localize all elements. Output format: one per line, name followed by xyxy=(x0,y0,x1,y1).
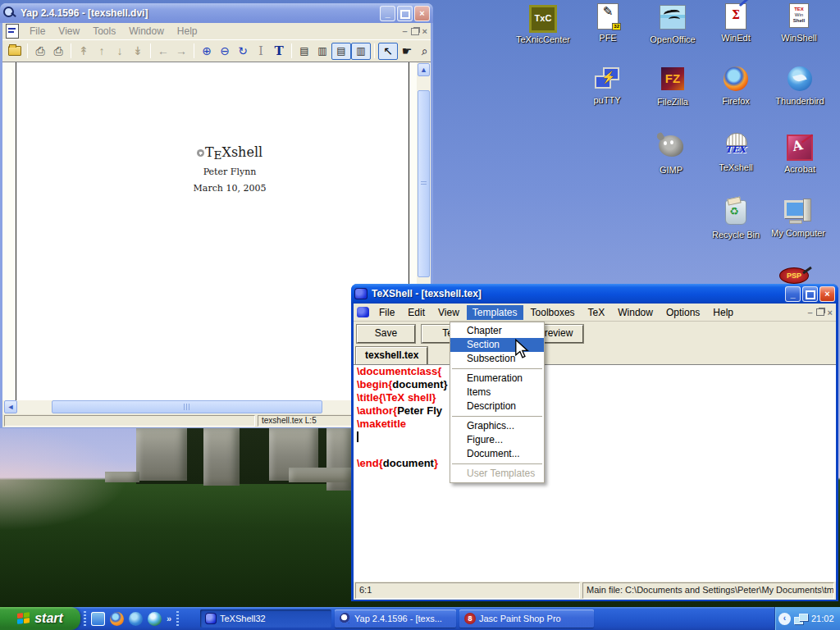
desktop-icon-filezilla[interactable]: FZFileZilla xyxy=(641,66,704,107)
texshell-menu-window[interactable]: Window xyxy=(612,305,659,320)
menu-item-description[interactable]: Description xyxy=(450,399,544,413)
mdi-close-icon[interactable]: × xyxy=(422,26,427,36)
menu-item-chapter[interactable]: Chapter xyxy=(450,324,544,338)
scroll-up-button[interactable]: ▲ xyxy=(418,63,430,76)
texshell-menu-help[interactable]: Help xyxy=(707,305,739,320)
menu-item-items[interactable]: Items xyxy=(450,386,544,399)
magnify-tool-button[interactable]: ⌕ xyxy=(416,43,434,59)
last-page-button[interactable]: ↡ xyxy=(129,43,147,59)
vertical-scroll-thumb[interactable] xyxy=(418,90,430,277)
texshell-menu-toolboxes[interactable]: Toolboxes xyxy=(525,305,581,320)
menu-item-enumeration[interactable]: Enumeration xyxy=(450,372,544,386)
tray-chevron-button[interactable]: ‹ xyxy=(778,613,791,625)
menu-item-graphics-[interactable]: Graphics... xyxy=(450,419,544,433)
firefox-icon[interactable] xyxy=(110,612,124,626)
mycomputer-icon xyxy=(784,199,812,226)
taskbar-task-texshell32[interactable]: TeXShell32 xyxy=(200,609,331,628)
yap-close-button[interactable]: × xyxy=(414,6,430,21)
menu-item-user-templates[interactable]: User Templates xyxy=(450,467,544,481)
mdi-restore-icon[interactable] xyxy=(816,308,824,316)
taskbar-task-yap-2-4-1596-texs-[interactable]: Yap 2.4.1596 - [texs... xyxy=(335,609,456,628)
texshell-menu-tex[interactable]: TeX xyxy=(582,305,611,320)
yap-menu-help[interactable]: Help xyxy=(171,24,203,39)
texshell-editor[interactable]: \documentclass{\begin{document}\title{\T… xyxy=(354,364,836,582)
ruler-button[interactable]: I xyxy=(252,43,270,59)
print-setup-button[interactable]: ⎙ xyxy=(49,43,67,59)
texshell-menu-templates[interactable]: Templates xyxy=(467,305,523,320)
print-button[interactable]: ⎙ xyxy=(31,43,49,59)
internet-explorer-icon[interactable] xyxy=(91,612,105,626)
desktop-icon-firefox[interactable]: Firefox xyxy=(705,66,767,106)
yap-minimize-button[interactable]: _ xyxy=(380,6,395,21)
desktop-icon-texniccenter[interactable]: TxCTeXnicCenter xyxy=(512,3,574,44)
yap-menu-tools[interactable]: Tools xyxy=(87,24,121,39)
texshell-menu-options[interactable]: Options xyxy=(660,305,705,320)
refresh-button[interactable]: ↻ xyxy=(234,43,252,59)
mdi-restore-icon[interactable] xyxy=(411,28,419,35)
texshell-menu-file[interactable]: File xyxy=(373,305,400,320)
desktop-icon-winedt[interactable]: ΣWinEdt xyxy=(705,3,767,43)
yap-mdi-controls[interactable]: – × xyxy=(402,26,427,36)
yap-maximize-button[interactable] xyxy=(397,6,413,21)
zoom-out-button[interactable]: ⊖ xyxy=(216,43,234,59)
first-page-button[interactable]: ↟ xyxy=(75,43,93,59)
scroll-left-button[interactable]: ◄ xyxy=(4,400,17,413)
network-tray-icon[interactable] xyxy=(794,614,807,624)
desktop-icon-acrobat[interactable]: AAcrobat xyxy=(769,133,831,174)
page-down-button[interactable]: ↓ xyxy=(111,43,129,59)
mdi-close-icon[interactable]: × xyxy=(828,308,833,317)
paint-shop-pro-icon[interactable]: PSP xyxy=(779,267,812,285)
desktop-icon-label: PFE xyxy=(577,33,639,43)
save-button[interactable]: Save xyxy=(357,325,415,343)
media-player-icon[interactable] xyxy=(148,612,162,626)
desktop-icon-thunderbird[interactable]: Thunderbird xyxy=(769,66,831,106)
tab-texshell-tex[interactable]: texshell.tex xyxy=(356,347,427,365)
texshell-minimize-button[interactable]: _ xyxy=(785,286,801,302)
mdi-minimize-icon[interactable]: – xyxy=(807,308,812,317)
double-page-continuous-button[interactable]: ▥ xyxy=(351,43,371,60)
texshell-mdi-controls[interactable]: – × xyxy=(807,308,833,317)
desktop-icon-my-computer[interactable]: My Computer xyxy=(767,199,829,238)
menu-item-document-[interactable]: Document... xyxy=(450,447,544,461)
desktop-icon-winshell[interactable]: TEXWinShellWinShell xyxy=(768,3,830,43)
texshell-maximize-button[interactable] xyxy=(802,286,818,302)
double-page-button[interactable]: ▥ xyxy=(313,43,331,59)
horizontal-scroll-thumb[interactable] xyxy=(52,400,322,413)
thunderbird-icon[interactable] xyxy=(129,612,143,626)
desktop-icon-openoffice[interactable]: OpenOffice xyxy=(641,3,704,44)
forward-button[interactable]: → xyxy=(172,43,190,59)
start-button[interactable]: start xyxy=(0,607,80,630)
menu-item-figure-[interactable]: Figure... xyxy=(450,433,544,447)
page-up-button[interactable]: ↑ xyxy=(93,43,111,59)
open-button[interactable] xyxy=(6,43,24,59)
desktop-icon-recycle-bin[interactable]: ♻Recycle Bin xyxy=(705,199,767,240)
single-page-button[interactable]: ▤ xyxy=(295,43,313,59)
single-page-continuous-button[interactable]: ▤ xyxy=(331,43,351,60)
hand-tool-button[interactable]: ☛ xyxy=(398,43,416,59)
quick-launch-handle[interactable] xyxy=(84,611,86,626)
gimp-icon xyxy=(657,135,685,163)
desktop-icon-pfe[interactable]: ✎32PFE xyxy=(577,3,639,43)
taskbar-task-jasc-paint-shop-pro[interactable]: 8Jasc Paint Shop Pro xyxy=(459,609,594,628)
yap-menu-view[interactable]: View xyxy=(52,24,85,39)
quick-launch-overflow-chevron[interactable]: » xyxy=(167,614,171,623)
yap-titlebar[interactable]: Yap 2.4.1596 - [texshell.dvi] _ × xyxy=(0,3,433,23)
quick-launch-handle[interactable] xyxy=(176,611,179,626)
yap-menu-window[interactable]: Window xyxy=(123,24,170,39)
texshell-menu-view[interactable]: View xyxy=(432,305,465,320)
desktop-icon-texshell[interactable]: TEXTeXshell xyxy=(705,133,767,172)
texshell-menu-edit[interactable]: Edit xyxy=(402,305,431,320)
desktop-icon-putty[interactable]: ⚡puTTY xyxy=(576,66,638,105)
task-label: Jasc Paint Shop Pro xyxy=(479,614,561,623)
zoom-in-button[interactable]: ⊕ xyxy=(198,43,216,59)
select-tool-button[interactable]: ↖ xyxy=(378,43,398,60)
texshell-titlebar[interactable]: TeXShell - [texshell.tex] _ × xyxy=(351,284,838,304)
openoffice-icon xyxy=(659,5,687,33)
text-mode-button[interactable]: T xyxy=(270,43,288,59)
mdi-minimize-icon[interactable]: – xyxy=(402,26,407,36)
taskbar-clock: 21:02 xyxy=(811,614,834,623)
texshell-close-button[interactable]: × xyxy=(819,286,835,302)
back-button[interactable]: ← xyxy=(154,43,172,59)
desktop-icon-gimp[interactable]: GIMP xyxy=(640,133,702,175)
yap-menu-file[interactable]: File xyxy=(24,24,51,39)
